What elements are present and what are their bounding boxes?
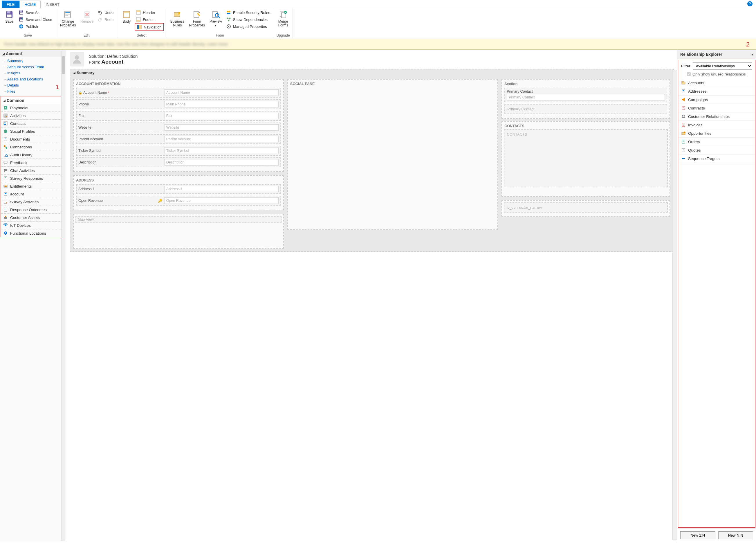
field-primary-contact[interactable]: Primary Contact Primary Contact	[504, 88, 667, 102]
field-ticker-symbol[interactable]: Ticker SymbolTicker Symbol	[76, 146, 281, 156]
field-parent-account[interactable]: Parent AccountParent Account	[76, 134, 281, 144]
common-item-contacts[interactable]: Contacts	[1, 120, 64, 127]
filter-select[interactable]: Available Relationships	[693, 62, 752, 70]
managed-properties-button[interactable]: Managed Properties	[225, 23, 271, 30]
field-account-name[interactable]: 🔒Account Name*Account Name	[76, 88, 281, 98]
common-item-entitlements[interactable]: Entitlements	[1, 182, 64, 190]
field-input[interactable]: Description	[164, 159, 279, 165]
common-item-account[interactable]: account	[1, 190, 64, 198]
contacts-placeholder: CONTACTS	[504, 129, 668, 187]
nav-tree-item-assets-and-locations[interactable]: Assets and Locations	[4, 76, 66, 82]
canvas-tab-summary[interactable]: ◢ Summary ACCOUNT INFORMATION 🔒Account N…	[70, 69, 674, 252]
field-input[interactable]: Website	[164, 124, 279, 131]
nav-section-common[interactable]: ◢ Common	[1, 96, 64, 104]
relationship-item-quotes[interactable]: Quotes	[678, 146, 755, 154]
custrel-icon	[681, 114, 686, 119]
field-website[interactable]: WebsiteWebsite	[76, 122, 281, 132]
relationship-item-opportunities[interactable]: Opportunities	[678, 129, 755, 138]
field-open-revenue[interactable]: Open Revenue🔑Open Revenue	[76, 196, 281, 205]
common-item-audit-history[interactable]: Audit History	[1, 151, 64, 159]
common-item-label: Survey Responses	[10, 176, 43, 181]
common-item-chat-activities[interactable]: Chat Activities	[1, 167, 64, 174]
new-nn-button[interactable]: New N:N	[718, 531, 753, 539]
section-social-pane[interactable]: SOCIAL PANE	[287, 79, 498, 230]
relationship-explorer-title[interactable]: Relationship Explorer ›	[677, 50, 756, 59]
change-properties-button[interactable]: Change Properties	[58, 9, 78, 28]
undo-button[interactable]: Undo	[96, 9, 115, 16]
field-description[interactable]: DescriptionDescription	[76, 157, 281, 167]
section-address[interactable]: ADDRESS Address 1Address 1Open Revenue🔑O…	[73, 175, 284, 210]
section-iv-connector[interactable]: iv_connector_narrow	[501, 200, 670, 216]
header-button[interactable]: Header	[135, 9, 163, 16]
relationship-item-accounts[interactable]: Accounts	[678, 79, 755, 87]
save-as-button[interactable]: Save As	[17, 9, 53, 16]
field-fax[interactable]: FaxFax	[76, 111, 281, 121]
field-input[interactable]: Address 1	[164, 186, 279, 192]
remove-button[interactable]: Remove	[79, 9, 95, 24]
section-map[interactable]: Map View	[73, 214, 284, 248]
common-item-iot-devices[interactable]: IoT Devices	[1, 221, 64, 229]
nav-section-account[interactable]: ◢ Account	[0, 50, 66, 57]
common-item-feedback[interactable]: Feedback	[1, 159, 64, 167]
only-unused-checkbox[interactable]	[687, 72, 691, 76]
relationship-item-sequence-targets[interactable]: Sequence Targets	[678, 154, 755, 163]
common-item-social-profiles[interactable]: Social Profiles	[1, 127, 64, 135]
preview-button[interactable]: Preview▾	[208, 9, 224, 28]
section-account-info[interactable]: ACCOUNT INFORMATION 🔒Account Name*Accoun…	[73, 79, 284, 172]
field-input[interactable]: Open Revenue	[164, 197, 279, 204]
common-item-survey-activities[interactable]: Survey Activities	[1, 198, 64, 206]
field-phone[interactable]: PhoneMain Phone	[76, 99, 281, 109]
common-item-survey-responses[interactable]: Survey Responses	[1, 174, 64, 182]
relationship-item-campaigns[interactable]: Campaigns	[678, 95, 755, 104]
relationship-item-customer-relationships[interactable]: Customer Relationships	[678, 112, 755, 121]
change-properties-label: Change Properties	[60, 20, 76, 27]
tab-home[interactable]: HOME	[19, 1, 41, 8]
field-input[interactable]: Ticker Symbol	[164, 147, 279, 154]
new-1n-button[interactable]: New 1:N	[680, 531, 715, 539]
only-unused-row[interactable]: Only show unused relationships	[678, 71, 755, 79]
common-item-customer-assets[interactable]: Customer Assets	[1, 214, 64, 221]
nav-tree-item-insights[interactable]: Insights	[4, 70, 66, 76]
nav-tree-item-account-access-team[interactable]: Account Access Team	[4, 64, 66, 70]
section-generic[interactable]: Section Primary Contact Primary Contact …	[501, 79, 670, 119]
nav-tree-item-summary[interactable]: Summary	[4, 58, 66, 64]
field-address-1[interactable]: Address 1Address 1	[76, 184, 281, 194]
business-rules-button[interactable]: Business Rules	[169, 9, 186, 28]
help-icon[interactable]: ?	[747, 1, 753, 6]
field-input[interactable]: Parent Account	[164, 136, 279, 142]
common-item-documents[interactable]: Documents	[1, 135, 64, 143]
common-item-playbooks[interactable]: Playbooks	[1, 104, 64, 112]
primary-contact-quickview[interactable]: Primary Contact	[504, 104, 667, 114]
relationship-item-invoices[interactable]: Invoices	[678, 121, 755, 129]
relationship-item-contracts[interactable]: Contracts	[678, 104, 755, 112]
merge-forms-button[interactable]: Merge Forms	[276, 9, 290, 28]
common-item-activities[interactable]: Activities	[1, 112, 64, 120]
center-scrollbar[interactable]	[672, 70, 676, 540]
save-close-label: Save and Close	[26, 17, 52, 22]
save-close-button[interactable]: Save and Close	[17, 16, 53, 23]
body-button[interactable]: Body	[120, 9, 133, 24]
form-properties-button[interactable]: Form Properties	[187, 9, 207, 28]
relationship-item-orders[interactable]: Orders	[678, 138, 755, 146]
redo-button[interactable]: Redo	[96, 16, 115, 23]
canvas-tab-label-text: Summary	[77, 71, 95, 75]
common-item-functional-locations[interactable]: Functional Locations	[1, 229, 64, 237]
common-item-connections[interactable]: Connections	[1, 143, 64, 151]
primary-contact-input[interactable]: Primary Contact	[507, 94, 665, 100]
tab-file[interactable]: FILE	[2, 1, 19, 8]
field-input[interactable]: Account Name	[164, 89, 279, 96]
save-button[interactable]: Save	[2, 9, 16, 24]
field-input[interactable]: Main Phone	[164, 101, 279, 107]
tab-insert[interactable]: INSERT	[41, 1, 64, 8]
navigation-button[interactable]: Navigation	[135, 23, 163, 31]
show-dependencies-button[interactable]: Show Dependencies	[225, 16, 271, 23]
field-input[interactable]: Fax	[164, 113, 279, 119]
enable-security-button[interactable]: Enable Security Roles	[225, 9, 271, 16]
relationship-item-addresses[interactable]: Addresses	[678, 87, 755, 95]
section-contacts[interactable]: CONTACTS CONTACTS	[501, 121, 670, 196]
left-scrollbar[interactable]	[61, 51, 65, 541]
footer-button[interactable]: Footer	[135, 16, 163, 23]
svg-rect-69	[682, 81, 683, 82]
common-item-response-outcomes[interactable]: Response Outcomes	[1, 206, 64, 214]
publish-button[interactable]: Publish	[17, 23, 53, 30]
